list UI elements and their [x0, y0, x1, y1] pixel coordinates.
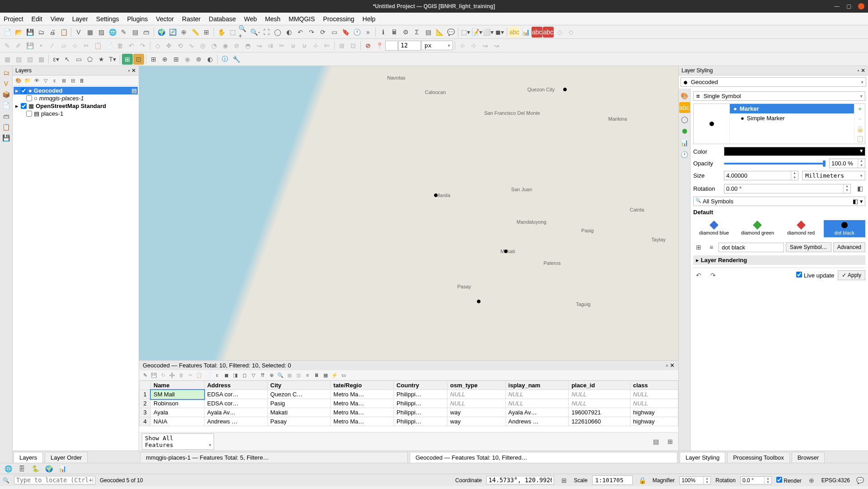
layer-visibility-icon[interactable]: 👁	[33, 76, 41, 85]
table-cell[interactable]: Pasig	[267, 399, 331, 408]
size-unit-combo[interactable]: Millimeters	[802, 171, 865, 180]
zoom-last-icon[interactable]: ↶	[295, 27, 306, 38]
table-cell[interactable]: Ayala Av…	[505, 408, 569, 417]
processing-icon[interactable]: 📊	[57, 463, 68, 474]
layer-item-osm[interactable]: ▸ ▦ OpenStreetMap Standard	[14, 102, 138, 110]
render-checkbox[interactable]: Render	[776, 477, 802, 484]
data-source-icon[interactable]: 🗂	[1, 68, 11, 78]
add-vector-icon[interactable]: V	[73, 27, 84, 38]
unit-combo[interactable]: px	[421, 41, 453, 50]
masks-tab-icon[interactable]: ◯	[679, 114, 690, 125]
attributes-icon[interactable]: ▤	[423, 27, 434, 38]
db-manager-icon[interactable]: 🗄	[16, 463, 27, 474]
label-abc-icon[interactable]: abc	[509, 27, 520, 38]
tab-browser[interactable]: Browser	[792, 452, 825, 463]
table-cell[interactable]: Ayala Av…	[204, 408, 267, 417]
layer-rendering-section[interactable]: ▸ Layer Rendering	[693, 255, 865, 265]
select-rect-icon[interactable]: ▭	[73, 54, 84, 65]
label-abc3-icon[interactable]: abc	[543, 27, 554, 38]
table-cell[interactable]: Pasay	[267, 417, 331, 426]
crs-label[interactable]: EPSG:4326	[821, 477, 850, 484]
tab-geocoded[interactable]: Geocoded — Features Total: 10, Filtered…	[410, 452, 677, 463]
menu-raster[interactable]: Raster	[182, 15, 201, 23]
column-header[interactable]: osm_type	[447, 381, 505, 390]
table-cell[interactable]: Makati	[267, 408, 331, 417]
table-cell[interactable]: Metro Ma…	[331, 408, 394, 417]
no-pen-icon[interactable]: ⊘	[363, 40, 373, 51]
opacity-slider[interactable]	[724, 163, 826, 165]
table-cell[interactable]: NULL	[569, 399, 630, 408]
zoom-layer-icon[interactable]: ◐	[284, 27, 294, 38]
table-row[interactable]: 1SM MallEDSA cor…Quezon C…Metro Ma…Phili…	[140, 390, 678, 399]
labels-tab-icon[interactable]: abc	[679, 102, 690, 113]
table-row[interactable]: 4NAIAAndrews …PasayMetro Ma…Philippi…way…	[140, 417, 678, 426]
layer-checkbox[interactable]	[21, 103, 27, 109]
table-cell[interactable]: highway	[630, 417, 678, 426]
table-cell[interactable]: NAIA	[151, 417, 205, 426]
globe-icon[interactable]: 🌍	[156, 27, 167, 38]
spin-down-icon[interactable]: ▼	[858, 164, 865, 168]
osm-icon[interactable]: 🌍	[43, 463, 54, 474]
deselect-icon[interactable]: ⬜▾	[483, 27, 494, 38]
layer-checkbox[interactable]	[21, 88, 27, 94]
deselect-icon[interactable]: ◻	[240, 371, 248, 379]
attribute-table[interactable]: NameAddressCitytate/RegioCountryosm_type…	[139, 381, 678, 432]
current-symbol-name[interactable]: dot black	[719, 243, 784, 252]
maptip-icon[interactable]: 💬	[445, 27, 456, 38]
table-cell[interactable]: Metro Ma…	[331, 390, 394, 399]
zoom-full-icon[interactable]: ⛶	[261, 27, 272, 38]
spin-down-icon[interactable]: ▼	[791, 176, 798, 180]
table-cell[interactable]: NULL	[505, 390, 569, 399]
locator-input[interactable]	[14, 476, 95, 484]
table-cell[interactable]: Philippi…	[394, 417, 448, 426]
form-view-icon[interactable]: ▤	[650, 436, 661, 447]
table-cell[interactable]: Andrews …	[204, 417, 267, 426]
layer-expr-icon[interactable]: ε	[51, 76, 59, 85]
new-mem-icon[interactable]: 💾	[1, 133, 11, 143]
metasearch-icon[interactable]: 🌐	[3, 463, 14, 474]
undo-style-icon[interactable]: ↶	[693, 270, 704, 281]
layer-checkbox[interactable]	[26, 95, 32, 101]
table-cell[interactable]: Philippi…	[394, 390, 448, 399]
zoom-out-icon[interactable]: 🔍-	[250, 27, 261, 38]
symbol-item[interactable]: diamond red	[780, 220, 822, 237]
menu-help[interactable]: Help	[363, 15, 376, 23]
coord-cap2-icon[interactable]: ⊞	[171, 54, 182, 65]
opacity-value[interactable]: 100.0 % ▲▼	[829, 159, 865, 168]
info-icon[interactable]: ⓘ	[219, 54, 230, 65]
select-all-icon[interactable]: ◼	[222, 371, 230, 379]
renderer-combo[interactable]: ≡ Single Symbol	[693, 91, 865, 101]
filter-icon[interactable]: ▽	[249, 371, 257, 379]
refresh-icon[interactable]: ⟳	[317, 27, 328, 38]
table-cell[interactable]: way	[447, 408, 505, 417]
table-cell[interactable]: NULL	[505, 399, 569, 408]
layer-expand-icon[interactable]: ⊞	[60, 76, 68, 85]
table-icon[interactable]: ⊞	[201, 27, 212, 38]
live-update-checkbox[interactable]: Live update	[796, 272, 834, 279]
show-features-combo[interactable]: Show All Features	[142, 433, 214, 450]
symbol-item[interactable]: diamond green	[737, 220, 778, 237]
layer-style-icon[interactable]: 🎨	[14, 76, 23, 85]
move-top-icon[interactable]: ⇈	[258, 371, 266, 379]
add-raster-icon[interactable]: ▦	[84, 27, 95, 38]
select-icon[interactable]: ⬚▾	[460, 27, 471, 38]
symbol-item[interactable]: diamond blue	[693, 220, 735, 237]
identify-icon[interactable]: ℹ	[378, 27, 388, 38]
layer-item-mmqgis[interactable]: ○ mmqgis-places-1	[14, 94, 138, 102]
tags-icon[interactable]: ◧ ▾	[853, 198, 863, 205]
calc-icon[interactable]: 🖩	[313, 371, 321, 379]
label-abc2-icon[interactable]: abc	[532, 27, 542, 38]
edit-pencil-icon[interactable]: ✎	[141, 371, 149, 379]
actions-icon[interactable]: ⚡	[331, 371, 339, 379]
filter-expr-icon[interactable]: ε▾	[51, 54, 61, 65]
layer-remove-icon[interactable]: 🗑	[78, 76, 86, 85]
select-all-icon[interactable]: ◼▾	[494, 27, 505, 38]
spin-down-icon[interactable]: ▼	[844, 188, 850, 193]
georef2-icon[interactable]: ⊡	[133, 54, 144, 65]
new-project-icon[interactable]: 📄	[2, 27, 13, 38]
symbol-search[interactable]: All Symbols ◧ ▾	[693, 197, 865, 206]
pan-to-icon[interactable]: ⊕	[267, 371, 275, 379]
minimize-button[interactable]: —	[834, 3, 840, 9]
table-cell[interactable]: Metro Ma…	[331, 417, 394, 426]
menu-settings[interactable]: Settings	[96, 15, 119, 23]
